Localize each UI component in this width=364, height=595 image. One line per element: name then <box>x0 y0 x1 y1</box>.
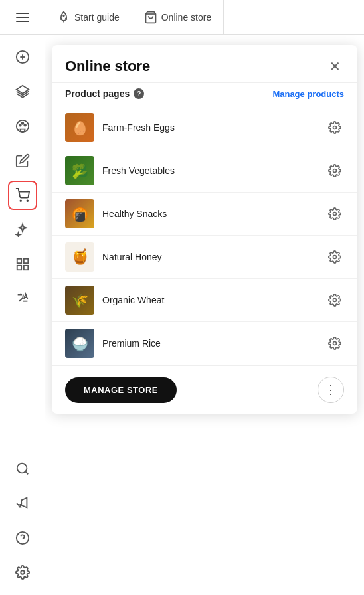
svg-line-17 <box>25 471 28 474</box>
section-title-row: Product pages ? <box>65 88 144 99</box>
svg-point-30 <box>333 256 337 259</box>
top-nav: Start guide Online store <box>45 0 364 34</box>
product-gear-button[interactable] <box>325 291 344 309</box>
svg-point-33 <box>333 299 337 302</box>
product-thumbnail: 🍚 <box>65 329 94 358</box>
online-store-label: Online store <box>161 12 211 23</box>
top-bar: Start guide Online store <box>0 0 364 35</box>
svg-point-11 <box>27 200 28 201</box>
help-icon <box>15 531 30 545</box>
product-gear-button[interactable] <box>325 118 344 137</box>
product-gear-button[interactable] <box>325 334 344 353</box>
product-gear-button[interactable] <box>325 248 344 266</box>
sidebar-item-megaphone[interactable] <box>8 489 37 518</box>
popup-header: Online store ✕ <box>52 45 357 82</box>
sparkles-icon <box>15 222 30 237</box>
megaphone-icon <box>15 496 30 511</box>
sidebar-item-help[interactable] <box>8 523 37 552</box>
product-gear-button[interactable] <box>325 205 344 223</box>
product-name: Premium Rice <box>102 338 318 349</box>
start-guide-tab[interactable]: Start guide <box>45 0 132 34</box>
svg-point-0 <box>62 14 64 16</box>
product-item: 🌾 Organic Wheat <box>52 279 357 322</box>
settings-icon <box>15 565 30 580</box>
palette-icon <box>15 119 30 133</box>
sidebar-item-layers[interactable] <box>8 77 37 106</box>
svg-point-29 <box>333 212 337 216</box>
layers-icon <box>15 84 30 99</box>
product-thumbnail: 🍘 <box>65 199 94 228</box>
sidebar-item-settings[interactable] <box>8 558 37 587</box>
svg-rect-12 <box>17 259 21 263</box>
svg-point-23 <box>333 126 337 129</box>
product-name: Farm-Fresh Eggs <box>102 122 318 133</box>
product-thumbnail: 🍯 <box>65 242 94 272</box>
svg-point-36 <box>333 342 337 345</box>
online-store-popup: Online store ✕ Product pages ? Manage pr… <box>52 45 357 414</box>
manage-products-link[interactable]: Manage products <box>272 89 344 99</box>
svg-point-8 <box>21 122 23 124</box>
product-name: Healthy Snacks <box>102 209 318 219</box>
sidebar-item-add[interactable] <box>8 42 37 72</box>
cart-icon-top <box>144 11 157 24</box>
close-button[interactable]: ✕ <box>325 57 344 76</box>
sidebar-item-translate[interactable] <box>8 284 37 313</box>
product-thumbnail: 🥦 <box>65 156 94 185</box>
svg-text:🥚: 🥚 <box>72 120 88 136</box>
help-circle-icon[interactable]: ? <box>134 88 144 99</box>
cart-icon <box>15 188 30 203</box>
svg-point-10 <box>20 200 21 201</box>
more-options-button[interactable]: ⋮ <box>318 377 344 403</box>
product-item: 🍯Natural Honey <box>52 236 357 279</box>
sidebar-item-analytics[interactable] <box>8 250 37 279</box>
rocket-icon <box>57 11 70 24</box>
product-item: 🥚 Farm-Fresh Eggs <box>52 106 357 149</box>
svg-point-7 <box>19 124 21 126</box>
sidebar-item-cart[interactable] <box>8 181 37 210</box>
svg-rect-15 <box>23 266 27 270</box>
product-item: 🍚 Premium Rice <box>52 322 357 365</box>
product-item: 🥦 Fresh Vegetables <box>52 149 357 193</box>
sidebar-item-sparkles[interactable] <box>8 215 37 244</box>
svg-text:🍘: 🍘 <box>72 207 88 222</box>
start-guide-label: Start guide <box>74 12 120 23</box>
chart-icon <box>15 257 30 272</box>
product-thumbnail: 🥚 <box>65 113 94 142</box>
svg-rect-13 <box>23 259 27 263</box>
sidebar-item-edit[interactable] <box>8 146 37 175</box>
popup-title: Online store <box>65 58 150 75</box>
section-title: Product pages <box>65 88 130 99</box>
product-list: 🥚 Farm-Fresh Eggs 🥦 Fresh Vegetables <box>52 106 357 365</box>
product-name: Organic Wheat <box>102 295 318 305</box>
hamburger-icon <box>16 13 29 22</box>
hamburger-menu[interactable] <box>0 0 45 34</box>
svg-point-26 <box>333 169 337 173</box>
popup-footer: MANAGE STORE ⋮ <box>52 365 357 414</box>
product-gear-button[interactable] <box>325 161 344 180</box>
sidebar-item-palette[interactable] <box>8 112 37 141</box>
translate-icon <box>15 292 30 306</box>
product-name: Fresh Vegetables <box>102 165 318 176</box>
search-icon <box>15 462 30 476</box>
product-name: Natural Honey <box>102 252 318 262</box>
svg-point-9 <box>24 124 26 126</box>
product-item: 🍘 Healthy Snacks <box>52 193 357 236</box>
sidebar-item-search[interactable] <box>8 454 37 483</box>
svg-point-16 <box>17 464 27 473</box>
svg-text:🌾: 🌾 <box>72 293 88 309</box>
svg-text:🍚: 🍚 <box>72 336 88 352</box>
main-panel: Online store ✕ Product pages ? Manage pr… <box>45 35 364 595</box>
online-store-tab[interactable]: Online store <box>132 0 224 34</box>
edit-icon <box>15 153 30 168</box>
product-thumbnail: 🌾 <box>65 286 94 315</box>
sidebar <box>0 35 45 595</box>
section-header: Product pages ? Manage products <box>52 82 357 106</box>
plus-icon <box>15 50 30 64</box>
manage-store-button[interactable]: MANAGE STORE <box>65 377 177 403</box>
svg-text:🥦: 🥦 <box>72 163 88 179</box>
svg-point-20 <box>21 570 25 574</box>
svg-rect-14 <box>17 266 21 270</box>
